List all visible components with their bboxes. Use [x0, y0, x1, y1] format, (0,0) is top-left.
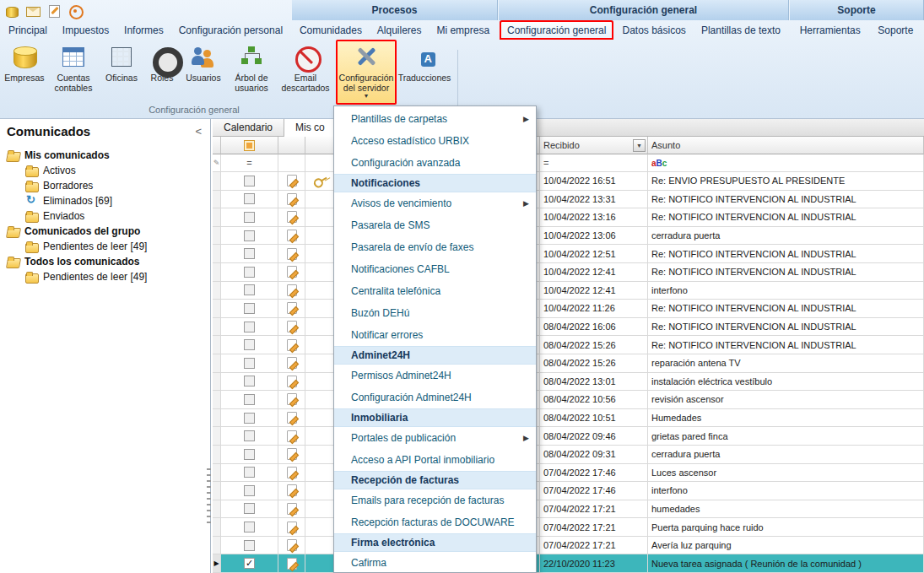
table-row[interactable]: ▶ ✓ .. 07/04/2022 17:46 interfono: [213, 482, 924, 500]
menu-item[interactable]: Acceso estadístico URBIX ▶: [334, 130, 536, 152]
header-note-cell[interactable]: [278, 137, 305, 154]
row-checkbox[interactable]: ✓: [244, 212, 255, 223]
menu-item[interactable]: Notificar errores ▶: [334, 324, 536, 346]
content-tab[interactable]: Calendario: [213, 119, 284, 136]
content-tab[interactable]: Mis co: [284, 119, 337, 137]
tree-item[interactable]: Enviados: [0, 208, 210, 224]
recibido-filter-dropdown-icon[interactable]: ▼: [633, 139, 646, 152]
row-checkbox[interactable]: ✓: [244, 284, 255, 295]
table-row[interactable]: ▶ ✓ .. 08/04/2022 10:51 Humedades: [213, 409, 924, 428]
row-checkbox[interactable]: ✓: [244, 303, 255, 314]
ribbon-tab[interactable]: Soporte: [871, 20, 920, 40]
ribbon-tab[interactable]: Plantillas de texto: [694, 20, 787, 40]
ribbon-tab[interactable]: Herramientas: [793, 20, 867, 40]
header-recibido[interactable]: Recibido ▼: [540, 137, 648, 154]
ribbon-tab[interactable]: Informes: [117, 20, 170, 40]
tree-item[interactable]: Eliminados [69]: [0, 193, 210, 208]
table-row[interactable]: ▶ ✓ .. 22/10/2020 11:23 Nueva tarea asig…: [213, 554, 924, 573]
tree-item[interactable]: Comunicados del grupo: [0, 224, 210, 239]
table-row[interactable]: ▶ ✓ .. 08/04/2022 09:46 grietas pared fi…: [213, 427, 924, 446]
ribbon-button[interactable]: Roles ▼: [145, 40, 179, 105]
menu-item[interactable]: Pasarela de envío de faxes ▶: [334, 236, 536, 258]
menu-item[interactable]: Portales de publicación ▶: [334, 427, 536, 449]
ribbon-button[interactable]: Traducciones ▼: [400, 40, 449, 105]
quick-access-icon[interactable]: [4, 3, 19, 19]
ribbon-button[interactable]: Oficinas ▼: [101, 40, 142, 105]
menu-item[interactable]: Notificaciones CAFBL ▶: [334, 258, 536, 280]
ribbon-button[interactable]: Usuarios ▼: [182, 40, 224, 105]
ribbon-tab[interactable]: Datos básicos: [615, 20, 692, 40]
row-checkbox[interactable]: ✓: [244, 413, 255, 424]
header-key-cell[interactable]: [305, 137, 336, 154]
filter-check-cell[interactable]: =: [221, 154, 278, 172]
tree-item[interactable]: Activos: [0, 163, 210, 178]
row-checkbox[interactable]: ✓: [244, 358, 255, 369]
table-row[interactable]: ▶ ✓ .. 07/04/2022 17:46 Luces ascensor: [213, 464, 924, 483]
table-row[interactable]: ▶ ✓ .. 08/04/2022 10:56 revisión ascenso…: [213, 391, 924, 409]
table-row[interactable]: ▶ ✓ .. 08/04/2022 16:06 Re: NOTIFICO INT…: [213, 318, 924, 337]
filter-note-cell[interactable]: [278, 154, 305, 172]
row-checkbox[interactable]: ✓: [244, 430, 255, 441]
table-row[interactable]: ▶ ✓ .. 08/04/2022 15:26 Re: NOTIFICO INT…: [213, 336, 924, 354]
menu-item[interactable]: Configuración avanzada ▶: [334, 152, 536, 174]
row-checkbox[interactable]: ✓: [244, 267, 255, 278]
sidebar-splitter[interactable]: [207, 468, 211, 527]
table-row[interactable]: ▶ ✓ .. 10/04/2022 13:31 Re: NOTIFICO INT…: [213, 191, 924, 209]
menu-item[interactable]: Permisos Adminet24H ▶: [334, 365, 536, 387]
tree-item[interactable]: Pendientes de leer [49]: [0, 239, 210, 254]
ribbon-tab[interactable]: Mi empresa: [430, 20, 496, 40]
menu-item[interactable]: Cafirma ▶: [334, 552, 536, 573]
table-row[interactable]: ▶ ✓ .. 08/04/2022 15:26 reparación anten…: [213, 354, 924, 373]
menu-item[interactable]: Configuración Adminet24H ▶: [334, 387, 536, 408]
menu-item[interactable]: Emails para recepción de facturas ▶: [334, 489, 536, 511]
menu-item[interactable]: Buzón DEHú ▶: [334, 302, 536, 324]
row-checkbox[interactable]: ✓: [244, 485, 255, 496]
row-checkbox[interactable]: ✓: [244, 503, 255, 514]
table-row[interactable]: ▶ ✓ .. 10/04/2022 12:41 interfono: [213, 282, 924, 300]
menu-item[interactable]: Firma electrónica ▶: [334, 533, 536, 552]
menu-item[interactable]: Plantillas de carpetas ▶: [334, 108, 536, 130]
menu-item[interactable]: Avisos de vencimiento ▶: [334, 192, 536, 214]
table-row[interactable]: ▶ ✓ .. 08/04/2022 13:01 instalación eléc…: [213, 373, 924, 392]
table-row[interactable]: ▶ ✓ .. 07/04/2022 17:21 humedades: [213, 500, 924, 519]
row-checkbox[interactable]: ✓: [244, 230, 255, 241]
menu-item[interactable]: Centralita telefónica ▶: [334, 280, 536, 302]
row-checkbox[interactable]: ✓: [244, 540, 255, 551]
menu-item[interactable]: Inmobiliaria ▶: [334, 408, 536, 427]
menu-item[interactable]: Acceso a API Portal inmobiliario ▶: [334, 449, 536, 471]
table-row[interactable]: ▶ ✓ .. 10/04/2022 12:41 Re: NOTIFICO INT…: [213, 263, 924, 282]
ribbon-button[interactable]: Email descartados ▼: [278, 40, 332, 105]
filter-recibido-cell[interactable]: =: [540, 154, 648, 172]
filter-asunto-cell[interactable]: aBc: [648, 154, 924, 172]
ribbon-tab[interactable]: Configuración personal: [172, 20, 289, 40]
header-select-all-cell[interactable]: [221, 137, 278, 154]
row-checkbox[interactable]: ✓: [244, 449, 255, 460]
menu-item[interactable]: Pasarela de SMS ▶: [334, 214, 536, 236]
row-checkbox[interactable]: ✓: [244, 394, 255, 405]
menu-item[interactable]: Adminet24H ▶: [334, 346, 536, 365]
row-checkbox[interactable]: ✓: [244, 322, 255, 332]
ribbon-button[interactable]: Cuentas contables ▼: [49, 40, 98, 105]
row-checkbox[interactable]: ✓: [244, 376, 255, 387]
filter-key-cell[interactable]: [305, 154, 336, 172]
ribbon-tab[interactable]: Alquileres: [370, 20, 429, 40]
row-checkbox[interactable]: ✓: [244, 339, 255, 350]
sidebar-collapse-button[interactable]: <: [195, 125, 202, 138]
tree-item[interactable]: Borradores: [0, 178, 210, 193]
menu-item[interactable]: Notificaciones ▶: [334, 174, 536, 192]
row-checkbox[interactable]: ✓: [244, 467, 255, 478]
menu-item[interactable]: Recepción facturas de DOCUWARE ▶: [334, 511, 536, 533]
table-row[interactable]: ▶ ✓ .. 07/04/2022 17:21 Puerta parquing …: [213, 518, 924, 537]
table-row[interactable]: ▶ ✓ .. 10/04/2022 13:16 Re: NOTIFICO INT…: [213, 208, 924, 227]
menu-item[interactable]: Recepción de facturas ▶: [334, 471, 536, 489]
ribbon-tab[interactable]: Comunidades: [293, 20, 369, 40]
header-asunto[interactable]: Asunto: [648, 137, 924, 154]
quick-access-icon[interactable]: [46, 3, 62, 19]
row-checkbox[interactable]: ✓: [244, 176, 255, 186]
ribbon-tab[interactable]: Impuestos: [56, 20, 116, 40]
row-checkbox[interactable]: ✓: [244, 193, 255, 204]
tree-item[interactable]: Pendientes de leer [49]: [0, 269, 210, 284]
select-all-checkbox-icon[interactable]: [244, 140, 255, 151]
tree-item[interactable]: Todos los comunicados: [0, 254, 210, 269]
row-checkbox[interactable]: ✓: [244, 248, 255, 259]
